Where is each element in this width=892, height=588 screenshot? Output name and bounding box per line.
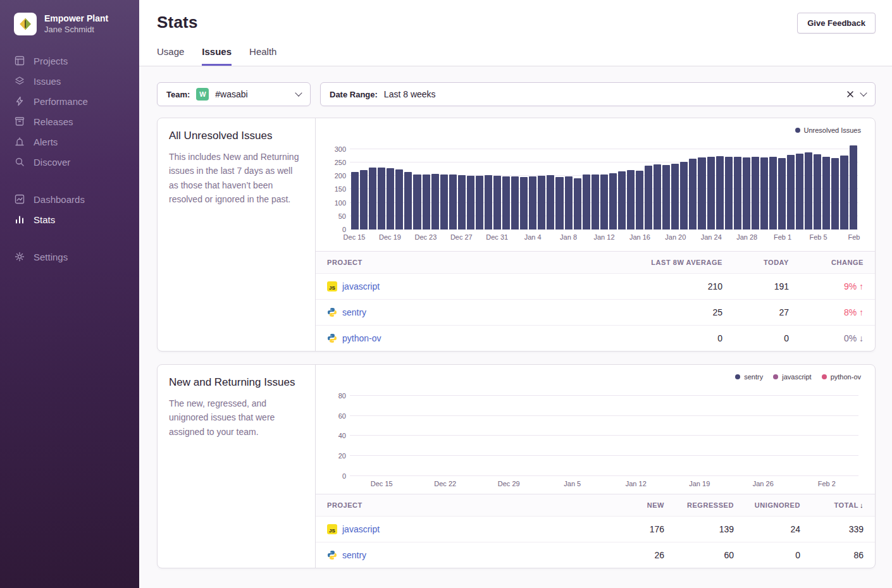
page-title: Stats [157,13,198,32]
project-link[interactable]: sentry [342,307,366,317]
unresolved-bar [671,164,679,230]
stats-tabs: Usage Issues Health [157,46,876,66]
unresolved-bar [716,156,724,230]
unresolved-bar [387,168,394,230]
unresolved-bar [814,154,821,230]
unresolved-bar [743,157,750,230]
legend-item[interactable]: Unresolved Issues [795,126,862,134]
column-header-total-sort[interactable]: TOTAL↓ [800,501,864,509]
filter-bar: Team: W #wasabi Date Range: Last 8 weeks [157,82,876,106]
unresolved-bar [547,175,554,230]
unresolved-bar [511,176,519,230]
org-name: Empower Plant [44,13,108,24]
sidebar-item-label: Settings [34,252,68,262]
panel-title: New and Returning Issues [169,376,304,389]
column-header: NEW [588,501,664,509]
team-selector[interactable]: Team: W #wasabi [157,82,311,106]
unresolved-bar [840,156,848,230]
sidebar-item-label: Projects [34,56,68,66]
tab-issues[interactable]: Issues [202,46,232,66]
sidebar-item-alerts[interactable]: Alerts [0,132,139,152]
issues-icon [14,75,25,87]
project-link[interactable]: sentry [342,550,366,560]
unresolved-bar [395,169,403,230]
unresolved-bar [351,172,359,230]
column-header: CHANGE [789,259,864,266]
sidebar-item-performance[interactable]: Performance [0,91,139,111]
new-returning-chart: sentryjavascriptpython-ov 020406080 Dec … [316,365,875,494]
releases-icon [14,116,25,127]
all-unresolved-issues-panel: All Unresolved Issues This includes New … [157,118,876,352]
new-value: 176 [588,524,664,534]
legend-item[interactable]: sentry [735,373,763,381]
main-content: Stats Give Feedback Usage Issues Health … [139,0,892,588]
python-platform-icon [327,333,337,343]
sidebar-item-stats[interactable]: Stats [0,209,139,230]
tab-health[interactable]: Health [249,46,276,66]
sidebar-item-dashboards[interactable]: Dashboards [0,189,139,209]
change-value: 8% ↑ [789,307,864,317]
unresolved-bar [734,157,741,230]
org-switcher[interactable]: Empower Plant Jane Schmidt [0,0,139,51]
new-returning-chart-xlabels: Dec 15Dec 22Dec 29Jan 5Jan 12Jan 19Jan 2… [350,480,858,487]
unresolved-bar [831,158,839,230]
project-link[interactable]: python-ov [342,333,381,343]
sidebar-item-issues[interactable]: Issues [0,71,139,91]
unresolved-bar [760,157,768,230]
sidebar-item-projects[interactable]: Projects [0,51,139,71]
unresolved-chart-legend: Unresolved Issues [330,126,861,135]
legend-item[interactable]: javascript [773,373,811,381]
page-header: Stats Give Feedback Usage Issues Health [139,0,892,66]
column-header: TODAY [722,259,789,266]
sidebar-section-gap [0,172,139,189]
projects-icon [14,55,25,66]
unresolved-bar [555,177,563,230]
date-range-value: Last 8 weeks [384,89,436,99]
give-feedback-button[interactable]: Give Feedback [797,13,876,34]
unresolved-bar [698,157,705,230]
change-value: 9% ↑ [789,281,864,291]
clear-icon[interactable] [846,90,855,99]
sidebar-item-settings[interactable]: Settings [0,247,139,267]
sidebar-item-discover[interactable]: Discover [0,152,139,172]
unresolved-bar [707,157,715,230]
tab-usage[interactable]: Usage [157,46,184,66]
legend-item[interactable]: python-ov [822,373,861,381]
new-returning-chart-plot: 020406080 [350,388,858,476]
unresolved-bar [850,145,857,230]
unresolved-bar [360,170,368,230]
project-link[interactable]: javascript [342,524,380,534]
unignored-value: 24 [734,524,800,534]
unresolved-bar [574,178,581,230]
sidebar-item-label: Issues [34,76,61,87]
team-label: Team: [166,90,190,99]
new-value: 26 [588,550,664,560]
chevron-down-icon[interactable] [860,89,867,96]
unresolved-bar [404,172,412,230]
panel-description-column: New and Returning Issues The new, regres… [158,365,316,568]
gear-icon [14,251,25,262]
sidebar-item-releases[interactable]: Releases [0,111,139,132]
unresolved-bar [822,157,830,230]
unresolved-table: PROJECT LAST 8W AVERAGE TODAY CHANGE JS … [316,251,875,351]
sidebar-item-label: Stats [34,214,55,225]
project-link[interactable]: javascript [342,281,380,291]
unresolved-chart: Unresolved Issues 050100150200250300 Dec… [316,118,875,251]
unresolved-bar [609,173,617,230]
unresolved-bar [636,171,643,230]
sidebar-item-label: Performance [34,96,88,107]
panel-title: All Unresolved Issues [169,130,304,142]
unresolved-bar [627,170,635,230]
unresolved-bar [467,176,474,230]
column-header: PROJECT [327,259,602,266]
unresolved-bar [787,155,795,230]
date-range-selector[interactable]: Date Range: Last 8 weeks [320,82,876,106]
unresolved-bar [413,175,421,230]
new-returning-issues-panel: New and Returning Issues The new, regres… [157,364,876,568]
unresolved-bar [538,176,545,230]
unresolved-bar [378,168,385,230]
today-value: 0 [722,333,789,343]
table-header-row: PROJECT LAST 8W AVERAGE TODAY CHANGE [316,252,875,273]
python-platform-icon [327,307,337,317]
unresolved-bar [654,164,661,230]
